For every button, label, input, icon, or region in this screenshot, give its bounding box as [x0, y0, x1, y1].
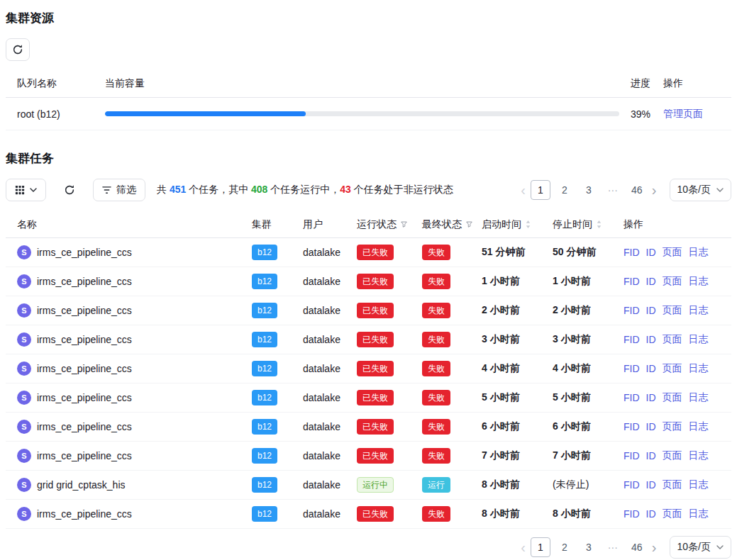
- action-link-日志[interactable]: 日志: [689, 449, 709, 462]
- table-row: S irms_ce_pipeline_ccs b12 datalake 已失败 …: [6, 500, 731, 529]
- action-link-ID[interactable]: ID: [646, 450, 656, 461]
- action-link-页面[interactable]: 页面: [663, 246, 682, 259]
- action-link-ID[interactable]: ID: [646, 247, 656, 258]
- run-status-badge: 已失败: [357, 448, 394, 464]
- action-link-页面[interactable]: 页面: [663, 275, 682, 288]
- pagination-page-46[interactable]: 46: [627, 537, 647, 557]
- pagination-next-icon[interactable]: ›: [649, 540, 660, 554]
- action-link-日志[interactable]: 日志: [689, 246, 709, 259]
- action-link-FID[interactable]: FID: [624, 479, 640, 491]
- action-link-页面[interactable]: 页面: [663, 362, 682, 375]
- action-link-ID[interactable]: ID: [646, 508, 656, 520]
- summary-text: 个任务运行中，: [267, 184, 340, 195]
- action-link-FID[interactable]: FID: [624, 305, 640, 316]
- col-header-label: 运行状态: [357, 218, 397, 231]
- action-link-ID[interactable]: ID: [646, 363, 656, 374]
- chevron-down-icon: [30, 188, 37, 192]
- stop-time: 5 小时前: [553, 391, 624, 404]
- task-name: irms_ce_pipeline_ccs: [37, 276, 132, 287]
- page-size-select[interactable]: 10条/页: [670, 179, 731, 201]
- action-link-FID[interactable]: FID: [624, 508, 640, 520]
- queue-name: root (b12): [6, 108, 105, 120]
- summary-text: 个任务，其中: [186, 184, 251, 195]
- final-status-badge: 失败: [422, 332, 450, 347]
- action-link-ID[interactable]: ID: [646, 392, 656, 403]
- action-link-ID[interactable]: ID: [646, 421, 656, 432]
- pagination-page-3[interactable]: 3: [579, 180, 599, 200]
- filter-funnel-icon[interactable]: [400, 220, 408, 228]
- action-link-页面[interactable]: 页面: [663, 478, 682, 491]
- filter-icon: [102, 186, 111, 194]
- pagination-prev-icon[interactable]: ‹: [518, 540, 528, 554]
- stop-time: 1 小时前: [553, 275, 624, 288]
- table-row: S irms_ce_pipeline_ccs b12 datalake 已失败 …: [6, 442, 731, 471]
- pagination-page-46[interactable]: 46: [627, 180, 647, 200]
- action-link-FID[interactable]: FID: [624, 421, 640, 432]
- final-status-badge: 失败: [422, 506, 450, 522]
- avatar: S: [17, 478, 31, 492]
- action-link-日志[interactable]: 日志: [689, 420, 709, 433]
- action-link-日志[interactable]: 日志: [689, 275, 709, 288]
- action-link-页面[interactable]: 页面: [663, 304, 682, 317]
- sort-icon[interactable]: [525, 220, 531, 229]
- action-link-日志[interactable]: 日志: [689, 362, 709, 375]
- task-name: irms_ce_pipeline_ccs: [37, 450, 132, 461]
- page-size-select[interactable]: 10条/页: [670, 536, 731, 559]
- pagination-page-3[interactable]: 3: [579, 537, 599, 557]
- stop-time: 2 小时前: [553, 304, 624, 317]
- task-name: irms_ce_pipeline_ccs: [37, 247, 132, 258]
- pagination-page-1[interactable]: 1: [531, 537, 550, 557]
- action-link-FID[interactable]: FID: [624, 450, 640, 461]
- action-link-页面[interactable]: 页面: [663, 333, 682, 346]
- action-link-日志[interactable]: 日志: [689, 391, 709, 404]
- action-link-ID[interactable]: ID: [646, 334, 656, 345]
- filter-button[interactable]: 筛选: [93, 179, 145, 201]
- refresh-tasks-button[interactable]: [57, 179, 82, 201]
- action-link-日志[interactable]: 日志: [689, 304, 709, 317]
- pagination-next-icon[interactable]: ›: [649, 183, 660, 197]
- sort-icon[interactable]: [596, 220, 602, 229]
- final-status-badge: 失败: [422, 448, 450, 464]
- refresh-resources-button[interactable]: [6, 38, 30, 61]
- action-link-ID[interactable]: ID: [646, 305, 656, 316]
- action-link-日志[interactable]: 日志: [689, 478, 709, 491]
- row-actions: FIDID页面日志: [624, 449, 731, 462]
- user-name: datalake: [303, 421, 357, 432]
- action-link-FID[interactable]: FID: [624, 334, 640, 345]
- user-name: datalake: [303, 479, 357, 491]
- pagination-page-2[interactable]: 2: [555, 180, 575, 200]
- filter-funnel-icon[interactable]: [465, 220, 473, 228]
- action-link-FID[interactable]: FID: [624, 363, 640, 374]
- cluster-badge: b12: [252, 245, 277, 260]
- cluster-badge: b12: [252, 506, 277, 522]
- cluster-badge: b12: [252, 303, 277, 318]
- action-link-ID[interactable]: ID: [646, 276, 656, 287]
- pagination-prev-icon[interactable]: ‹: [518, 183, 528, 197]
- column-settings-button[interactable]: [6, 179, 46, 201]
- action-link-FID[interactable]: FID: [624, 392, 640, 403]
- pagination-page-2[interactable]: 2: [555, 537, 575, 557]
- action-link-页面[interactable]: 页面: [663, 508, 682, 520]
- col-header-current-capacity: 当前容量: [105, 77, 631, 90]
- final-status-badge: 失败: [422, 274, 450, 289]
- row-actions: FIDID页面日志: [624, 508, 731, 520]
- action-link-FID[interactable]: FID: [624, 247, 640, 258]
- cluster-badge: b12: [252, 477, 277, 493]
- manage-page-link[interactable]: 管理页面: [663, 108, 703, 119]
- action-link-日志[interactable]: 日志: [689, 508, 709, 520]
- run-status-badge: 已失败: [357, 419, 394, 435]
- action-link-页面[interactable]: 页面: [663, 449, 682, 462]
- pagination-ellipsis: ···: [603, 537, 623, 557]
- run-status-badge: 已失败: [357, 245, 394, 260]
- start-time: 2 小时前: [482, 304, 553, 317]
- action-link-ID[interactable]: ID: [646, 479, 656, 491]
- col-header-user: 用户: [303, 218, 357, 231]
- action-link-页面[interactable]: 页面: [663, 420, 682, 433]
- running-task-count: 408: [251, 184, 267, 195]
- user-name: datalake: [303, 305, 357, 316]
- action-link-页面[interactable]: 页面: [663, 391, 682, 404]
- pagination-page-1[interactable]: 1: [531, 180, 550, 200]
- action-link-FID[interactable]: FID: [624, 276, 640, 287]
- action-link-日志[interactable]: 日志: [689, 333, 709, 346]
- pagination-ellipsis: ···: [603, 180, 623, 200]
